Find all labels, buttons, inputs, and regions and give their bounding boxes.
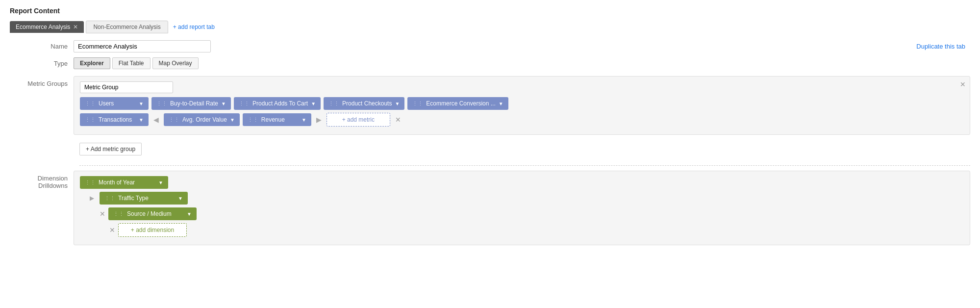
row-nav-right-icon[interactable]: ▶ (314, 116, 324, 124)
metric-buy-to-detail-label: Buy-to-Detail Rate (170, 100, 218, 107)
type-explorer-button[interactable]: Explorer (74, 57, 110, 69)
metric-transactions-label: Transactions (99, 116, 132, 123)
tab-close-icon[interactable]: ✕ (73, 24, 78, 30)
dimension-drilldowns-section: Dimension Drilldowns ⋮⋮ Month of Year ▼ … (10, 171, 970, 245)
tabs-row: Ecommerce Analysis ✕ Non-Ecommerce Analy… (10, 21, 970, 33)
metric-avg-order-value-button[interactable]: ⋮⋮ Avg. Order Value ▼ (164, 113, 240, 126)
chevron-down-icon: ▼ (158, 180, 163, 185)
chevron-down-icon: ▼ (178, 196, 183, 201)
drag-handle-icon: ⋮⋮ (85, 117, 96, 123)
chevron-down-icon: ▼ (395, 101, 400, 106)
metric-revenue-label: Revenue (261, 116, 285, 123)
metric-row-close-icon[interactable]: ✕ (395, 116, 401, 124)
tab-non-ecommerce[interactable]: Non-Ecommerce Analysis (86, 21, 168, 33)
type-label: Type (10, 60, 74, 67)
name-row: Name Duplicate this tab (10, 40, 970, 52)
name-input[interactable] (74, 40, 211, 52)
tab-ecommerce-analysis[interactable]: Ecommerce Analysis ✕ (10, 21, 84, 33)
metrics-row-2: ⋮⋮ Transactions ▼ ◀ ⋮⋮ Avg. Order Value … (80, 113, 964, 127)
dimension-source-label: Source / Medium (127, 210, 172, 217)
add-report-tab-button[interactable]: + add report tab (173, 24, 215, 30)
chevron-down-icon: ▼ (311, 101, 316, 106)
chevron-down-icon: ▼ (187, 211, 192, 217)
drag-handle-icon: ⋮⋮ (113, 211, 124, 217)
type-row: Type Explorer Flat Table Map Overlay (10, 57, 970, 69)
metric-group-close-icon[interactable]: ✕ (960, 80, 966, 88)
metric-groups-container: ✕ ⋮⋮ Users ▼ ⋮⋮ Buy-to-Detail Rate ▼ ⋮⋮ … (74, 76, 970, 135)
metric-product-checkouts-label: Product Checkouts (342, 100, 392, 107)
dimension-row-traffic: ▶ ⋮⋮ Traffic Type ▼ (90, 192, 964, 205)
dimension-source-medium-button[interactable]: ⋮⋮ Source / Medium ▼ (108, 207, 197, 220)
row-nav-left-icon[interactable]: ◀ (151, 116, 161, 124)
drag-handle-icon: ⋮⋮ (104, 195, 115, 202)
metric-buy-to-detail-button[interactable]: ⋮⋮ Buy-to-Detail Rate ▼ (151, 97, 231, 110)
metric-group-name-input[interactable] (80, 81, 173, 93)
section-divider (79, 165, 970, 166)
dimension-month-label: Month of Year (99, 179, 135, 186)
duplicate-tab-link[interactable]: Duplicate this tab (916, 43, 965, 50)
type-flat-table-button[interactable]: Flat Table (112, 57, 151, 69)
dimension-row-source: ✕ ⋮⋮ Source / Medium ▼ (100, 207, 964, 220)
chevron-down-icon: ▼ (230, 117, 235, 123)
chevron-down-icon: ▼ (499, 101, 503, 106)
dimension-source-close-icon[interactable]: ✕ (100, 210, 105, 218)
metric-product-adds-label: Product Adds To Cart (252, 100, 308, 107)
drag-handle-icon: ⋮⋮ (239, 101, 250, 107)
chevron-down-icon: ▼ (302, 117, 306, 123)
page-title: Report Content (10, 7, 970, 15)
metric-users-label: Users (99, 100, 114, 107)
add-metric-button[interactable]: + add metric (327, 113, 390, 127)
metric-groups-section: Metric Groups ✕ ⋮⋮ Users ▼ ⋮⋮ Buy-to-Det… (10, 76, 970, 135)
chevron-down-icon: ▼ (139, 101, 144, 106)
chevron-down-icon: ▼ (139, 117, 144, 123)
metric-revenue-button[interactable]: ⋮⋮ Revenue ▼ (243, 113, 311, 126)
drag-handle-icon: ⋮⋮ (169, 117, 179, 123)
metric-users-button[interactable]: ⋮⋮ Users ▼ (80, 97, 149, 110)
chevron-down-icon: ▼ (221, 101, 226, 106)
type-map-overlay-button[interactable]: Map Overlay (152, 57, 199, 69)
metric-groups-label: Metric Groups (10, 76, 74, 87)
drag-handle-icon: ⋮⋮ (85, 180, 96, 186)
metric-product-adds-button[interactable]: ⋮⋮ Product Adds To Cart ▼ (234, 97, 321, 110)
add-metric-group-button[interactable]: + Add metric group (79, 143, 142, 155)
drag-handle-icon: ⋮⋮ (412, 101, 423, 107)
dimension-traffic-label: Traffic Type (118, 195, 149, 202)
metrics-row-1: ⋮⋮ Users ▼ ⋮⋮ Buy-to-Detail Rate ▼ ⋮⋮ Pr… (80, 97, 964, 110)
dimension-month-of-year-button[interactable]: ⋮⋮ Month of Year ▼ (80, 176, 168, 189)
add-dimension-close-icon[interactable]: ✕ (109, 226, 115, 234)
drag-handle-icon: ⋮⋮ (156, 101, 167, 107)
dimension-container: ⋮⋮ Month of Year ▼ ▶ ⋮⋮ Traffic Type ▼ ✕… (74, 171, 970, 245)
dimension-traffic-type-button[interactable]: ⋮⋮ Traffic Type ▼ (100, 192, 188, 205)
metric-transactions-button[interactable]: ⋮⋮ Transactions ▼ (80, 113, 149, 126)
add-dimension-button[interactable]: + add dimension (118, 223, 187, 237)
drag-handle-icon: ⋮⋮ (328, 101, 339, 107)
metric-ecommerce-conversion-button[interactable]: ⋮⋮ Ecommerce Conversion ... ▼ (407, 97, 508, 110)
metric-product-checkouts-button[interactable]: ⋮⋮ Product Checkouts ▼ (324, 97, 404, 110)
metric-ecommerce-conversion-label: Ecommerce Conversion ... (426, 100, 495, 107)
dimension-row-month: ⋮⋮ Month of Year ▼ (80, 176, 964, 189)
tab-active-label: Ecommerce Analysis (16, 24, 70, 30)
drag-handle-icon: ⋮⋮ (248, 117, 258, 123)
name-label: Name (10, 43, 74, 50)
metric-avg-order-label: Avg. Order Value (182, 116, 227, 123)
drag-handle-icon: ⋮⋮ (85, 101, 96, 107)
add-dimension-row: ✕ + add dimension (109, 223, 964, 237)
dimension-drilldowns-label: Dimension Drilldowns (10, 171, 74, 189)
expand-arrow-icon[interactable]: ▶ (90, 195, 97, 202)
